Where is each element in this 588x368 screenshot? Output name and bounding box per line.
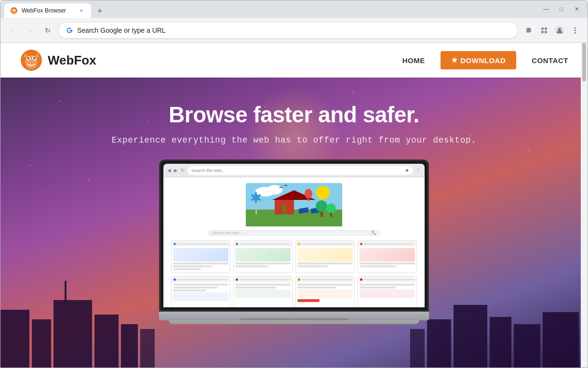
svg-rect-35: [65, 281, 67, 301]
svg-point-12: [575, 32, 576, 33]
tile-4: [358, 240, 417, 273]
laptop-bookmark-icon: ★: [405, 168, 409, 173]
toolbar: ← → ↻: [0, 18, 588, 43]
svg-rect-25: [53, 300, 92, 368]
tile-body-2: [234, 247, 292, 273]
tile-header-5: [172, 276, 230, 282]
svg-rect-34: [543, 312, 579, 368]
laptop-back-icon: ◀: [167, 168, 171, 173]
svg-point-2: [13, 10, 14, 11]
svg-rect-23: [0, 310, 29, 368]
extensions-button[interactable]: [522, 24, 535, 37]
hero-text: Browse faster and safer. Experience ever…: [111, 102, 476, 145]
tile-header-8: [358, 276, 416, 282]
laptop-foot: [169, 320, 419, 324]
site-content: WebFox HOME ★ DOWNLOAD CONTACT: [0, 43, 588, 368]
laptop-mockup: ◀ ▶ ↻ Search the web... ★ ⋮: [159, 159, 429, 324]
tile-5: [171, 276, 230, 307]
active-tab[interactable]: WebFox Browser ×: [4, 3, 91, 18]
tile-body-5: [172, 282, 230, 307]
logo-icon: [20, 49, 43, 72]
tile-3: [295, 240, 355, 273]
tile-header-1: [172, 241, 230, 247]
svg-rect-33: [514, 324, 540, 368]
refresh-button[interactable]: ↻: [41, 24, 54, 37]
search-input[interactable]: [77, 26, 511, 34]
svg-rect-4: [541, 27, 544, 30]
laptop-refresh-icon: ↻: [181, 168, 185, 173]
more-icon: [571, 26, 579, 34]
laptop-search-placeholder: Search the web...: [191, 168, 225, 173]
site-scrollbar[interactable]: [581, 43, 588, 368]
hero-section: Browse faster and safer. Experience ever…: [0, 78, 588, 368]
maximize-button[interactable]: □: [555, 2, 568, 16]
scene-illustration: [246, 183, 342, 226]
nav-home[interactable]: HOME: [402, 56, 425, 65]
download-icon: ★: [451, 56, 458, 65]
star-1: [59, 101, 60, 102]
svg-rect-27: [121, 324, 138, 368]
star-8: [89, 179, 90, 180]
svg-rect-43: [282, 205, 287, 214]
star-3: [353, 92, 354, 93]
title-bar: WebFox Browser × + — □ ✕: [0, 0, 588, 18]
tab-close-button[interactable]: ×: [78, 7, 85, 14]
extensions-manage-button[interactable]: [537, 24, 551, 37]
svg-point-1: [12, 9, 16, 13]
tile-header-7: [296, 276, 354, 282]
laptop-browser: ◀ ▶ ↻ Search the web... ★ ⋮: [163, 164, 425, 307]
profile-button[interactable]: [553, 24, 566, 37]
tab-strip: WebFox Browser × +: [4, 0, 535, 18]
svg-point-39: [267, 185, 282, 195]
scrollbar-track: [582, 43, 586, 368]
svg-rect-29: [410, 329, 425, 368]
browser-search-bar: Search the web... 🔍: [208, 230, 380, 236]
scrollbar-thumb[interactable]: [582, 43, 586, 81]
svg-rect-6: [541, 31, 544, 33]
tile-body-7: [296, 282, 354, 307]
tile-7: [295, 276, 355, 307]
nav-download-button[interactable]: ★ DOWNLOAD: [441, 51, 517, 69]
tile-8: [358, 276, 417, 307]
browser-window: WebFox Browser × + — □ ✕ ← → ↻: [0, 0, 588, 368]
laptop-browser-bar: ◀ ▶ ↻ Search the web... ★ ⋮: [163, 164, 425, 177]
minimize-button[interactable]: —: [539, 2, 553, 16]
svg-rect-5: [545, 27, 547, 30]
back-button[interactable]: ←: [6, 24, 20, 37]
nav-contact[interactable]: CONTACT: [532, 56, 568, 65]
browser-search-text: Search the web...: [213, 231, 242, 235]
new-tab-button[interactable]: +: [93, 4, 107, 18]
menu-button[interactable]: [568, 24, 582, 37]
extension-icon: [540, 26, 548, 34]
tile-body-8: [358, 282, 416, 307]
forward-button[interactable]: →: [24, 24, 37, 37]
svg-rect-7: [545, 31, 547, 33]
svg-point-37: [316, 186, 330, 199]
site-nav: WebFox HOME ★ DOWNLOAD CONTACT: [0, 43, 588, 78]
svg-point-17: [27, 57, 29, 59]
laptop-screen: ◀ ▶ ↻ Search the web... ★ ⋮: [159, 159, 429, 312]
tile-6: [233, 276, 293, 307]
svg-point-54: [305, 189, 312, 198]
tile-body-3: [296, 247, 354, 273]
laptop-browser-content: Search the web... 🔍: [163, 177, 425, 307]
site-name: WebFox: [48, 53, 96, 68]
browser-illustration: Search the web... 🔍: [163, 177, 425, 307]
google-icon: [66, 26, 73, 34]
tab-title: WebFox Browser: [22, 7, 74, 14]
svg-point-18: [33, 57, 35, 59]
address-bar[interactable]: [58, 22, 518, 39]
star-7: [529, 150, 530, 151]
site-logo: WebFox: [20, 49, 96, 72]
download-label: DOWNLOAD: [460, 56, 506, 65]
tab-favicon: [10, 7, 18, 14]
puzzle-icon: [525, 26, 533, 34]
browser-search-icon: 🔍: [371, 231, 376, 235]
svg-rect-31: [454, 305, 487, 368]
close-button[interactable]: ✕: [570, 2, 584, 16]
svg-rect-28: [140, 329, 155, 368]
tile-header-2: [234, 241, 292, 247]
tile-header-6: [234, 276, 292, 282]
tile-header-3: [296, 241, 354, 247]
tile-body-4: [358, 247, 416, 273]
